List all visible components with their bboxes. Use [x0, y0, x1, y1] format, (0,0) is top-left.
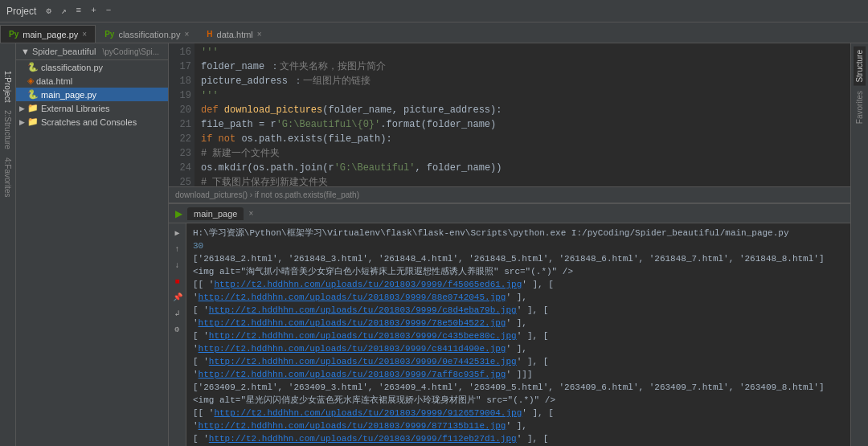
folder-icon-scratch: 📁	[27, 117, 39, 127]
arrow-icon-scratch: ▶	[19, 118, 25, 126]
run-links-row-6: [ 'http://t2.hddhhn.com/uploads/tu/20180…	[193, 432, 844, 446]
run-list-263409: ['263409_2.html', '263409_3.html', '2634…	[193, 381, 844, 394]
menu-icon[interactable]: ≡	[73, 4, 85, 18]
sidebar-item-label-data-html: data.html	[36, 76, 72, 86]
code-line-22: if not os.path.exists(file_path):	[201, 132, 844, 146]
tab-classification-label: classification.py	[118, 30, 180, 39]
sidebar-item-label-ext: External Libraries	[41, 104, 110, 113]
sidebar: ▼ Spider_beautiful \pyCoding\Spi... 🐍 cl…	[16, 43, 169, 446]
run-links-row-2: [ 'http://t2.hddhhn.com/uploads/tu/20180…	[193, 304, 844, 329]
py-file-icon-class: 🐍	[27, 62, 39, 72]
link-c435be[interactable]: http://t2.hddhhn.com/uploads/tu/201803/9…	[209, 331, 517, 341]
minus-icon[interactable]: −	[103, 4, 115, 18]
tab-main-page-label: main_page.py	[23, 30, 78, 39]
line-numbers: 16 17 18 19 20 21 22 23 24 25	[169, 43, 194, 186]
run-path-line: H:\学习资源\Python\框架学习\Virtualenv\flask\fla…	[193, 227, 844, 239]
run-body: ▶ ↑ ↓ ■ 📌 ↲ ⚙ H:\学习资源\Python\框架学习\Virtua…	[169, 223, 850, 446]
tab-data-html-label: data.html	[217, 30, 253, 39]
sidebar-item-data-html[interactable]: ◈ data.html	[16, 74, 168, 88]
folder-icon-ext: 📁	[27, 103, 39, 113]
code-content[interactable]: ''' folder_name ：文件夹名称，按图片简介 picture_add…	[194, 43, 850, 186]
run-close-icon[interactable]: ×	[248, 209, 253, 218]
margin-tab-favorites[interactable]: 4:Favorites	[2, 154, 14, 200]
editor-area: 16 17 18 19 20 21 22 23 24 25 '''	[169, 43, 850, 446]
margin-tab-structure[interactable]: 2:Structure	[2, 107, 14, 153]
project-label: Project	[6, 6, 36, 17]
link-88e074[interactable]: http://t2.hddhhn.com/uploads/tu/201803/9…	[199, 293, 506, 302]
code-line-25: # 下载图片保存到新建文件夹	[201, 175, 844, 186]
run-btn-wrap[interactable]: ↲	[171, 307, 184, 320]
run-btn-down[interactable]: ↓	[171, 259, 184, 272]
link-78e50b[interactable]: http://t2.hddhhn.com/uploads/tu/201803/9…	[199, 318, 506, 328]
link-c8411d[interactable]: http://t2.hddhhn.com/uploads/tu/201803/9…	[199, 344, 506, 354]
run-links-row-1: [[ 'http://t2.hddhhn.com/uploads/tu/2018…	[193, 278, 844, 304]
html-icon-data: H	[207, 30, 212, 39]
sidebar-title: ▼ Spider_beautiful	[21, 47, 96, 56]
tab-classification-close[interactable]: ×	[184, 30, 189, 39]
py-icon-main: Py	[9, 30, 18, 39]
tab-data-html[interactable]: H data.html ×	[198, 25, 270, 43]
link-7aff8c[interactable]: http://t2.hddhhn.com/uploads/tu/201803/9…	[199, 370, 506, 379]
link-0e7442[interactable]: http://t2.hddhhn.com/uploads/tu/201803/9…	[209, 357, 517, 366]
code-line-19: '''	[201, 88, 844, 103]
run-controls: ▶ ↑ ↓ ■ 📌 ↲ ⚙	[169, 223, 186, 446]
add-icon[interactable]: +	[88, 4, 100, 18]
run-img-tag-2: <img alt="星光闪闪俏皮少女蓝色死水库连衣裙展现娇小玲珑身材图片" sr…	[193, 394, 844, 407]
run-play-icon: ▶	[175, 208, 182, 219]
run-btn-pin[interactable]: 📌	[171, 291, 184, 304]
sidebar-item-main-page[interactable]: 🐍 main_page.py	[16, 88, 168, 101]
run-list-261848: ['261848_2.html', '261848_3.html', '2618…	[193, 252, 844, 265]
code-lines: 16 17 18 19 20 21 22 23 24 25 '''	[169, 43, 850, 186]
sidebar-item-label-main-page: main_page.py	[41, 90, 96, 100]
tab-classification[interactable]: Py classification.py ×	[96, 25, 198, 43]
link-c8d4eb[interactable]: http://t2.hddhhn.com/uploads/tu/201803/9…	[209, 305, 517, 315]
sidebar-item-label-classification: classification.py	[41, 63, 103, 72]
run-btn-up[interactable]: ↑	[171, 243, 184, 256]
run-links-row-5: [[ 'http://t2.hddhhn.com/uploads/tu/2018…	[193, 407, 844, 432]
html-file-icon: ◈	[27, 76, 34, 86]
run-img-tag-1: <img alt="淘气抓小晴音美少女穿白色小短裤床上无限遐想性感诱人养眼照" …	[193, 265, 844, 278]
code-line-20: def download_pictures(folder_name, pictu…	[201, 103, 844, 117]
right-tab-structure[interactable]: Structure	[854, 47, 866, 86]
run-count-line: 30	[193, 239, 844, 252]
code-line-23: # 新建一个文件夹	[201, 146, 844, 161]
link-f112eb[interactable]: http://t2.hddhhn.com/uploads/tu/201803/9…	[209, 434, 517, 444]
top-bar-actions: ⚙ ↗ ≡ + −	[43, 4, 114, 18]
sidebar-item-external-libs[interactable]: ▶ 📁 External Libraries	[16, 101, 168, 115]
py-icon-class: Py	[104, 30, 114, 39]
link-912657[interactable]: http://t2.hddhhn.com/uploads/tu/201803/9…	[214, 408, 522, 418]
sidebar-item-classification[interactable]: 🐍 classification.py	[16, 60, 168, 74]
main-area: 1:Project 2:Structure 4:Favorites ▼ Spid…	[0, 43, 868, 446]
tab-bar: Py main_page.py × Py classification.py ×…	[0, 23, 868, 43]
sidebar-item-scratches[interactable]: ▶ 📁 Scratches and Consoles	[16, 115, 168, 129]
margin-tab-project[interactable]: 1:Project	[2, 68, 14, 105]
top-bar: Project ⚙ ↗ ≡ + −	[0, 0, 868, 23]
breadcrumb-bar: download_pictures() › if not os.path.exi…	[169, 186, 850, 203]
run-header: ▶ main_page ×	[169, 204, 850, 223]
left-margin-tabs: 1:Project 2:Structure 4:Favorites	[0, 43, 16, 446]
run-links-row-4: [ 'http://t2.hddhhn.com/uploads/tu/20180…	[193, 355, 844, 381]
arrow-icon-ext: ▶	[19, 104, 25, 113]
code-line-24: os.mkdir(os.path.join(r'G:\Beautiful', f…	[201, 161, 844, 175]
right-tabs: Structure Favorites	[850, 43, 868, 446]
breadcrumb: download_pictures() › if not os.path.exi…	[175, 190, 359, 199]
link-f45065[interactable]: http://t2.hddhhn.com/uploads/tu/201803/9…	[214, 280, 522, 289]
run-btn-restart[interactable]: ▶	[171, 227, 184, 239]
run-tab-label[interactable]: main_page	[187, 207, 244, 220]
run-btn-settings[interactable]: ⚙	[171, 323, 184, 336]
run-links-row-3: [ 'http://t2.hddhhn.com/uploads/tu/20180…	[193, 329, 844, 355]
tab-data-html-close[interactable]: ×	[257, 30, 262, 39]
right-tab-favorites[interactable]: Favorites	[854, 88, 866, 127]
settings-icon[interactable]: ⚙	[43, 4, 55, 18]
link-877135[interactable]: http://t2.hddhhn.com/uploads/tu/201803/9…	[199, 421, 506, 431]
run-panel: ▶ main_page × ▶ ↑ ↓ ■ 📌 ↲ ⚙ H:\学习资源\Pyth…	[169, 204, 850, 446]
py-file-icon-main: 🐍	[27, 89, 39, 100]
tab-main-page[interactable]: Py main_page.py ×	[0, 25, 96, 43]
sidebar-tree: 🐍 classification.py ◈ data.html 🐍 main_p…	[16, 60, 168, 446]
sidebar-item-label-scratch: Scratches and Consoles	[41, 117, 137, 127]
expand-icon[interactable]: ↗	[58, 4, 70, 18]
code-line-16: '''	[201, 45, 844, 59]
run-output[interactable]: H:\学习资源\Python\框架学习\Virtualenv\flask\fla…	[186, 223, 850, 446]
run-btn-stop[interactable]: ■	[171, 275, 184, 288]
tab-main-page-close[interactable]: ×	[82, 30, 87, 39]
